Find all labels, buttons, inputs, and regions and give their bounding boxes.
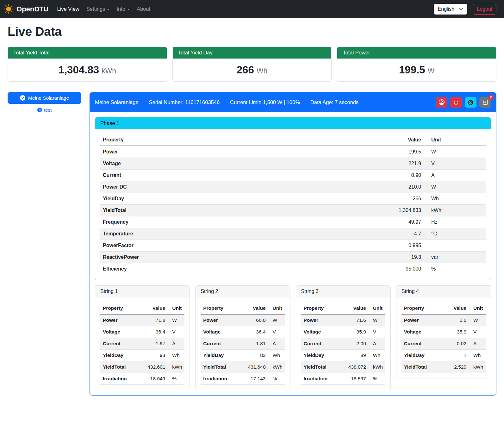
property-unit: V [469,326,486,338]
phase-table-head: Property Value Unit [100,134,486,146]
property-unit: W [469,314,486,326]
property-unit: Wh [469,350,486,361]
string-table: Property Value Unit Power [301,302,385,385]
inverter-name: Meine Solaranlage [95,99,139,105]
phase-table-body: Power 199.5 W Voltage 221.9 V [100,146,486,275]
property-value: 0.6 [447,314,469,326]
property-unit: kWh [469,361,486,373]
string-card-title: String 3 [296,286,390,297]
x-circle-icon[interactable] [37,108,42,112]
language-select[interactable]: English [434,4,467,15]
property-value: 0.90 [383,170,424,181]
nav-live-view[interactable]: Live View [53,3,83,15]
inverter-select-button[interactable]: Meine Solaranlage [8,92,81,104]
total-yield-day-card: Total Yield Day 266Wh [172,47,332,82]
property-value: 95.000 [383,263,424,275]
logout-button[interactable]: Logout [473,4,496,15]
property-unit: Wh [168,350,184,361]
property-unit: kWh [168,361,184,373]
column-header-value: Value [383,134,424,146]
property-unit: W [369,314,385,326]
property-unit: Wh [424,193,486,205]
nav-links: Live View Settings Info About [53,3,154,15]
string-table-head: Property Value Unit [401,302,486,314]
property-name: YieldTotal [201,361,245,373]
column-header-property: Property [100,134,383,146]
brand-link[interactable]: OpenDTU [4,4,48,14]
table-row: YieldDay 266 Wh [100,193,486,205]
nav-settings[interactable]: Settings [83,3,113,15]
table-row: Current 0.90 A [100,170,486,181]
inverter-limit: Current Limit: 1,500 W | 100% [230,99,300,105]
nav-info[interactable]: Info [113,3,133,15]
event-link[interactable]: test [8,107,81,113]
property-name: Power [100,146,383,158]
property-name: Irradiation [301,373,346,385]
total-yield-total-card: Total Yield Total 1,304.83kWh [8,47,167,82]
event-log-button[interactable]: 2 [479,97,491,108]
card-value: 266 [237,64,254,76]
inverter-info: Meine Solaranlage Serial Number: 1161716… [95,99,358,105]
event-count-badge: 2 [488,94,494,100]
table-row: Power 71.8 W [100,314,184,326]
property-name: Power [401,314,447,326]
table-row: Voltage 221.9 V [100,158,486,170]
property-name: Power [100,314,145,326]
property-value: 0.995 [383,240,424,252]
table-header-row: Property Value Unit [100,134,486,146]
property-name: Power [201,314,245,326]
table-row: Voltage 36.4 V [201,326,285,338]
property-unit: kWh [268,361,285,373]
property-value: 19.3 [383,252,424,263]
property-value: 18.649 [145,373,168,385]
property-unit: °C [424,228,486,240]
column-header-unit: Unit [469,302,486,314]
property-unit: A [268,338,285,350]
inverter-panel: Meine Solaranlage Serial Number: 1161716… [90,92,496,396]
string-table: Property Value Unit Power [401,302,486,373]
device-info-button[interactable] [465,97,476,108]
power-icon [453,100,459,105]
string-card-title: String 2 [196,286,290,297]
property-value: 35.9 [447,326,469,338]
language-select-value: English [438,6,454,12]
property-value: 1,304.833 [383,205,424,216]
table-row: Power 66.0 W [201,314,285,326]
property-unit: % [268,373,285,385]
property-name: YieldTotal [100,361,145,373]
table-header-row: Property Value Unit [301,302,385,314]
table-row: Current 1.97 A [100,338,184,350]
nav-about[interactable]: About [133,3,154,15]
column-header-unit: Unit [424,134,486,146]
gauge-icon [439,99,445,105]
table-row: YieldTotal 1,304.833 kWh [100,205,486,216]
table-header-row: Property Value Unit [401,302,486,314]
power-toggle-button[interactable] [450,97,462,108]
brand-label: OpenDTU [16,5,48,13]
property-name: YieldDay [100,193,383,205]
column-header-property: Property [401,302,447,314]
string-card-body: Property Value Unit Power [396,297,491,378]
property-name: Irradiation [100,373,145,385]
property-unit: V [168,326,184,338]
journal-icon [483,100,488,105]
column-header-value: Value [447,302,469,314]
column-header-unit: Unit [268,302,285,314]
table-row: Voltage 35.9 V [401,326,486,338]
string-1-card: String 1 Property Value Unit [95,285,190,390]
nav-info-label: Info [116,6,125,12]
property-unit: W [168,314,184,326]
property-unit: W [424,181,486,193]
property-name: Voltage [401,326,447,338]
property-value: 17.143 [245,373,268,385]
main-content: Live Data Total Yield Total 1,304.83kWh … [0,25,504,405]
table-row: YieldTotal 438.072 kWh [301,361,385,373]
property-name: YieldTotal [100,205,383,216]
property-unit: % [369,373,385,385]
table-row: Current 0.02 A [401,338,486,350]
column-header-value: Value [245,302,268,314]
limit-settings-button[interactable] [436,97,447,108]
property-value: 93 [145,350,168,361]
table-header-row: Property Value Unit [201,302,285,314]
property-value: 266 [383,193,424,205]
